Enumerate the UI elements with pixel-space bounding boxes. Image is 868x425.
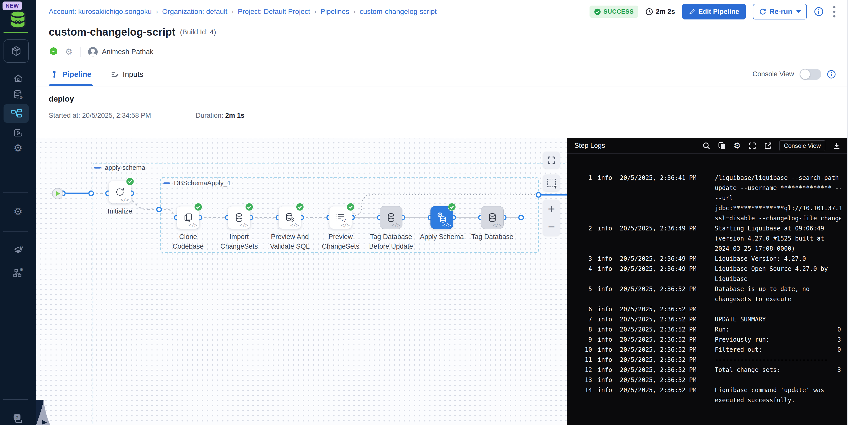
log-message-text: UPDATE SUMMARY [715, 316, 766, 323]
database-up-icon [436, 211, 448, 224]
sidebar-item-pipelines[interactable] [3, 104, 29, 123]
breadcrumb: Account: kurosakiichigo.songoku › Organi… [49, 7, 437, 16]
info-icon[interactable] [827, 70, 836, 79]
collapse-minus-icon[interactable] [163, 182, 170, 184]
node-initialize[interactable]: </> [108, 181, 131, 203]
environments-layers-icon: ⚙ [12, 245, 24, 257]
breadcrumb-current[interactable]: custom-changelog-script [360, 7, 436, 16]
log-timestamp: 20/5/2025, 2:36:52 PM [620, 314, 701, 324]
tab-inputs[interactable]: Inputs [109, 62, 145, 86]
info-icon[interactable] [814, 7, 824, 17]
node-preview-and-validate-sql[interactable]: </> [278, 206, 301, 229]
log-timestamp: 20/5/2025, 2:36:49 PM [620, 264, 701, 274]
log-message-line: update --username ************** --pa [715, 183, 841, 193]
log-message-line: UPDATE SUMMARY [715, 314, 841, 324]
breadcrumb-pipelines[interactable]: Pipelines [321, 7, 349, 16]
pipelines-icon [10, 107, 23, 120]
log-message-text: executed successfully. [715, 397, 795, 404]
download-icon[interactable] [832, 142, 841, 150]
canvas-marquee-select-button[interactable] [543, 175, 560, 191]
log-level: info [598, 385, 613, 395]
log-level: info [598, 314, 613, 324]
node-clone-codebase[interactable]: </> [177, 206, 199, 229]
canvas-zoom-controls: + − [543, 200, 560, 236]
app-root: ∞ NEW ⚙ [0, 0, 868, 425]
code-step-icon: </> [189, 222, 197, 228]
more-options-kebab-icon[interactable] [831, 5, 838, 19]
sidebar-item-executions[interactable] [0, 126, 36, 140]
svg-text:</>: </> [342, 218, 346, 222]
log-message: Database is up to date, nochangesets to … [715, 284, 844, 304]
log-message: Run:0 [715, 324, 844, 335]
success-badge-icon [346, 203, 355, 211]
copy-book-icon [182, 212, 194, 223]
open-in-new-icon[interactable] [764, 142, 772, 150]
clock-icon [645, 8, 653, 16]
collapse-minus-icon[interactable] [94, 167, 101, 169]
log-level: info [598, 304, 613, 314]
sidebar-item-settings[interactable]: ⚙ [0, 141, 36, 154]
cd-module-hexagon-icon: ∞ [49, 47, 58, 57]
copy-icon[interactable] [718, 142, 726, 150]
log-line: 7info20/5/2025, 2:36:52 PMUPDATE SUMMARY [577, 314, 844, 324]
log-line: 8info20/5/2025, 2:36:52 PMRun:0 [577, 324, 844, 335]
zoom-out-button[interactable]: − [548, 221, 555, 233]
status-badge: SUCCESS [590, 5, 638, 18]
console-view-toggle[interactable] [800, 69, 821, 80]
zoom-in-button[interactable]: + [548, 203, 555, 215]
code-step-icon: </> [120, 197, 129, 202]
log-message: ------------------------------- [715, 355, 844, 365]
tab-pipeline[interactable]: Pipeline [49, 62, 93, 86]
pipeline-canvas[interactable]: apply schema DBSchemaApply_1 [36, 138, 567, 425]
node-tag-database[interactable]: </> [481, 206, 504, 229]
group-dbschemaapply[interactable]: DBSchemaApply_1 [163, 179, 231, 187]
log-line-number: 3 [577, 254, 592, 264]
log-message: UPDATE SUMMARY [715, 314, 844, 324]
success-badge-icon [296, 203, 304, 211]
log-line: 6info20/5/2025, 2:36:52 PM [577, 304, 844, 314]
breadcrumb-organization[interactable]: Organization: default [162, 7, 227, 16]
tab-bar: Pipeline Inputs Console View [36, 62, 847, 86]
log-message-text: --url [715, 195, 733, 202]
pipeline-start-node[interactable] [52, 188, 63, 199]
group-apply-schema[interactable]: apply schema [94, 164, 145, 172]
breadcrumb-account[interactable]: Account: kurosakiichigo.songoku [49, 7, 152, 16]
node-tag-database-before-update[interactable]: </> [380, 206, 402, 229]
log-message-text: Run: [715, 324, 730, 335]
log-line: 1info20/5/2025, 2:36:41 PM/liquibase/liq… [577, 173, 844, 223]
log-level: info [598, 355, 613, 365]
log-settings-gear-icon[interactable]: ⚙ [734, 141, 741, 150]
sidebar-item-project-settings[interactable]: ⚙ [0, 205, 36, 218]
log-fullscreen-icon[interactable] [748, 142, 757, 150]
rerun-button[interactable]: Re-run [753, 4, 807, 20]
log-level: info [598, 375, 613, 385]
node-preview-changesets[interactable]: </> </> [329, 206, 352, 229]
log-timestamp: 20/5/2025, 2:36:49 PM [620, 223, 701, 233]
log-message-text: Filtered out: [715, 345, 762, 355]
sidebar-item-home[interactable] [0, 72, 36, 85]
breadcrumb-project[interactable]: Project: Default Project [238, 7, 310, 16]
node-apply-schema[interactable]: </> [431, 206, 453, 229]
sidebar-item-databases[interactable]: ⚙ [0, 88, 36, 102]
harness-db-logo[interactable]: ∞ [7, 8, 29, 30]
divider [80, 47, 81, 57]
log-level: info [598, 264, 613, 274]
svg-text:⚙: ⚙ [20, 267, 23, 272]
node-import-changesets[interactable]: </> [228, 206, 250, 229]
sidebar-divider [3, 192, 28, 193]
console-view-button[interactable]: Console View [779, 140, 825, 151]
log-line-number: 5 [577, 284, 592, 294]
canvas-fullscreen-button[interactable] [543, 152, 560, 169]
author-name: Animesh Pathak [102, 48, 153, 56]
log-line: 4info20/5/2025, 2:36:49 PMLiquibase Open… [577, 264, 844, 284]
log-lines[interactable]: 1info20/5/2025, 2:36:41 PM/liquibase/liq… [567, 153, 847, 405]
scrollbar-gutter[interactable] [847, 0, 868, 425]
sidebar-item-module-selector[interactable] [3, 39, 29, 63]
edit-pipeline-button[interactable]: Edit Pipeline [682, 4, 746, 20]
search-icon[interactable] [702, 142, 711, 150]
module-cube-icon [10, 45, 22, 57]
sidebar-item-help[interactable]: ? [0, 412, 36, 425]
sidebar-item-environments[interactable]: ⚙ [0, 244, 36, 258]
pipeline-settings-gear-icon[interactable]: ⚙ [65, 48, 72, 56]
sidebar-item-infrastructure[interactable]: ⚙ [0, 266, 36, 280]
